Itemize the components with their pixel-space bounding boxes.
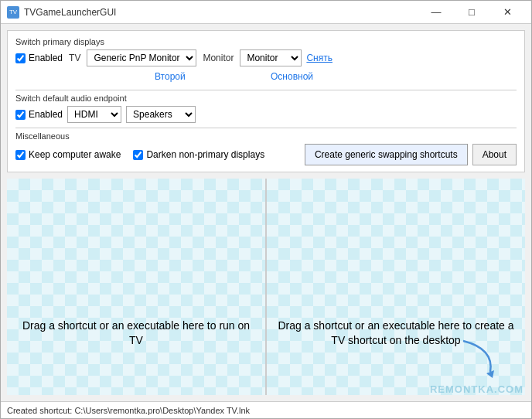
monitor-label: Monitor: [203, 53, 234, 63]
darken-displays-checkbox[interactable]: [133, 150, 143, 160]
main-window: TV TVGameLauncherGUI — □ ✕ Switch primar…: [0, 0, 532, 419]
checkerboard-left: [7, 179, 265, 395]
audio-enabled-label: Enabled: [29, 109, 63, 120]
keep-awake-text: Keep computer awake: [29, 149, 121, 160]
audio-row: Enabled HDMI HDMI 2 Speakers Headphones: [15, 106, 517, 123]
primary-enabled-checkbox-label[interactable]: Enabled: [15, 53, 63, 63]
annotation-second: Второй: [155, 71, 186, 82]
tv-label: TV: [69, 53, 80, 63]
title-bar: TV TVGameLauncherGUI — □ ✕: [1, 1, 531, 24]
status-bar: Created shortcut: C:\Users\remontka.pro\…: [1, 401, 531, 418]
drop-zone-right[interactable]: Drag a shortcut or an executable here to…: [265, 179, 525, 395]
divider2: [15, 128, 517, 128]
window-title: TVGameLauncherGUI: [24, 7, 418, 18]
content-area: Switch primary displays Enabled TV Gener…: [1, 24, 531, 401]
create-shortcuts-button[interactable]: Create generic swapping shortcuts: [305, 144, 468, 165]
monitor-select[interactable]: Generic PnP Monitor Dell Monitor: [87, 49, 196, 66]
top-panel: Switch primary displays Enabled TV Gener…: [7, 30, 525, 172]
primary-displays-label: Switch primary displays: [15, 37, 517, 46]
drop-zones-container: Drag a shortcut or an executable here to…: [7, 179, 525, 395]
audio-enabled-checkbox-label[interactable]: Enabled: [15, 109, 63, 120]
status-text: Created shortcut: C:\Users\remontka.pro\…: [7, 406, 250, 415]
darken-displays-label[interactable]: Darken non-primary displays: [133, 149, 264, 160]
misc-row: Keep computer awake Darken non-primary d…: [15, 144, 517, 165]
drop-zone-left-text: Drag a shortcut or an executable here to…: [7, 319, 265, 349]
misc-buttons: Create generic swapping shortcuts About: [305, 144, 517, 165]
misc-section-label: Miscellaneous: [15, 131, 517, 141]
close-button[interactable]: ✕: [489, 1, 525, 24]
hdmi-select[interactable]: HDMI HDMI 2: [67, 106, 121, 123]
speakers-select[interactable]: Speakers Headphones: [126, 106, 196, 123]
window-controls: — □ ✕: [418, 1, 525, 24]
primary-displays-row: Enabled TV Generic PnP Monitor Dell Moni…: [15, 49, 517, 66]
arrow-icon: [455, 333, 502, 380]
audio-enabled-checkbox[interactable]: [15, 110, 26, 120]
monitor2-select[interactable]: Monitor Monitor 2: [240, 49, 302, 66]
drop-zone-left[interactable]: Drag a shortcut or an executable here to…: [7, 179, 265, 395]
snят-link[interactable]: Снять: [306, 53, 332, 63]
primary-enabled-label: Enabled: [29, 53, 63, 63]
annotations-area: Второй Основной: [15, 71, 517, 87]
darken-displays-text: Darken non-primary displays: [146, 149, 264, 160]
about-button[interactable]: About: [472, 144, 517, 165]
divider1: [15, 90, 517, 90]
audio-section-label: Switch default audio endpoint: [15, 94, 517, 103]
primary-enabled-checkbox[interactable]: [15, 53, 26, 63]
keep-awake-label[interactable]: Keep computer awake: [15, 149, 121, 160]
keep-awake-checkbox[interactable]: [15, 150, 26, 160]
annotation-main: Основной: [271, 71, 313, 82]
app-icon: TV: [7, 6, 19, 19]
minimize-button[interactable]: —: [418, 1, 454, 24]
maximize-button[interactable]: □: [454, 1, 489, 24]
